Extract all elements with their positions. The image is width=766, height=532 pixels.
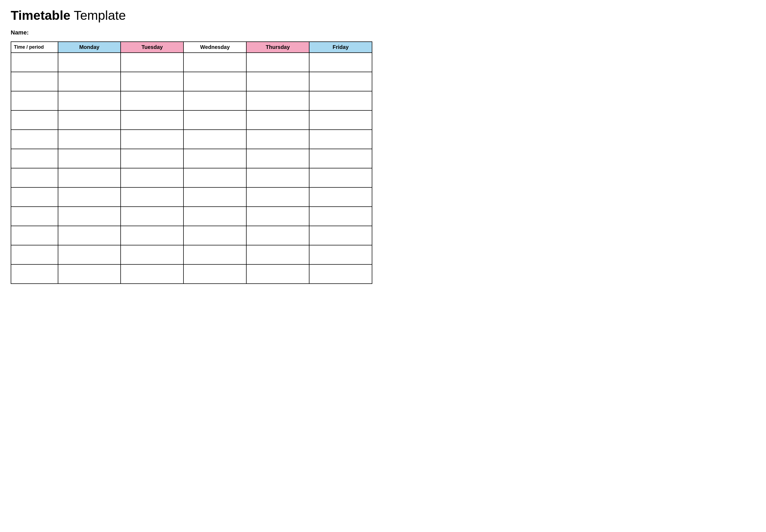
cell-row6-col3[interactable]	[183, 149, 246, 168]
cell-row11-col5[interactable]	[309, 245, 372, 264]
table-row	[11, 226, 372, 245]
header-monday: Monday	[58, 42, 121, 53]
table-row	[11, 130, 372, 149]
cell-row3-col2[interactable]	[121, 91, 183, 110]
cell-row2-col4[interactable]	[246, 72, 309, 91]
cell-row1-col3[interactable]	[183, 53, 246, 72]
cell-row6-col0[interactable]	[11, 149, 58, 168]
header-friday: Friday	[309, 42, 372, 53]
timetable: Time / period Monday Tuesday Wednesday T…	[11, 41, 372, 284]
table-row	[11, 53, 372, 72]
cell-row12-col5[interactable]	[309, 264, 372, 284]
header-tuesday: Tuesday	[121, 42, 183, 53]
cell-row11-col4[interactable]	[246, 245, 309, 264]
cell-row5-col1[interactable]	[58, 130, 121, 149]
cell-row8-col2[interactable]	[121, 187, 183, 207]
cell-row8-col5[interactable]	[309, 187, 372, 207]
cell-row9-col3[interactable]	[183, 207, 246, 226]
cell-row1-col2[interactable]	[121, 53, 183, 72]
table-row	[11, 149, 372, 168]
cell-row10-col1[interactable]	[58, 226, 121, 245]
cell-row6-col5[interactable]	[309, 149, 372, 168]
cell-row5-col0[interactable]	[11, 130, 58, 149]
cell-row11-col3[interactable]	[183, 245, 246, 264]
cell-row2-col5[interactable]	[309, 72, 372, 91]
table-row	[11, 168, 372, 187]
table-row	[11, 264, 372, 284]
cell-row7-col3[interactable]	[183, 168, 246, 187]
cell-row12-col0[interactable]	[11, 264, 58, 284]
cell-row5-col5[interactable]	[309, 130, 372, 149]
cell-row12-col3[interactable]	[183, 264, 246, 284]
table-row	[11, 207, 372, 226]
cell-row11-col2[interactable]	[121, 245, 183, 264]
cell-row9-col1[interactable]	[58, 207, 121, 226]
cell-row2-col2[interactable]	[121, 72, 183, 91]
cell-row10-col3[interactable]	[183, 226, 246, 245]
cell-row8-col4[interactable]	[246, 187, 309, 207]
cell-row5-col4[interactable]	[246, 130, 309, 149]
cell-row2-col0[interactable]	[11, 72, 58, 91]
cell-row5-col2[interactable]	[121, 130, 183, 149]
page-title: Timetable Template	[11, 9, 372, 23]
table-row	[11, 110, 372, 130]
cell-row10-col0[interactable]	[11, 226, 58, 245]
table-row	[11, 245, 372, 264]
cell-row1-col4[interactable]	[246, 53, 309, 72]
cell-row12-col2[interactable]	[121, 264, 183, 284]
cell-row4-col5[interactable]	[309, 110, 372, 130]
cell-row4-col0[interactable]	[11, 110, 58, 130]
cell-row2-col1[interactable]	[58, 72, 121, 91]
cell-row9-col5[interactable]	[309, 207, 372, 226]
cell-row4-col2[interactable]	[121, 110, 183, 130]
cell-row9-col0[interactable]	[11, 207, 58, 226]
cell-row7-col1[interactable]	[58, 168, 121, 187]
cell-row8-col1[interactable]	[58, 187, 121, 207]
cell-row8-col3[interactable]	[183, 187, 246, 207]
cell-row6-col2[interactable]	[121, 149, 183, 168]
table-row	[11, 72, 372, 91]
cell-row11-col0[interactable]	[11, 245, 58, 264]
header-thursday: Thursday	[246, 42, 309, 53]
cell-row3-col0[interactable]	[11, 91, 58, 110]
cell-row7-col5[interactable]	[309, 168, 372, 187]
cell-row10-col2[interactable]	[121, 226, 183, 245]
cell-row1-col0[interactable]	[11, 53, 58, 72]
cell-row1-col1[interactable]	[58, 53, 121, 72]
cell-row8-col0[interactable]	[11, 187, 58, 207]
cell-row4-col4[interactable]	[246, 110, 309, 130]
cell-row11-col1[interactable]	[58, 245, 121, 264]
cell-row4-col1[interactable]	[58, 110, 121, 130]
cell-row12-col1[interactable]	[58, 264, 121, 284]
cell-row3-col5[interactable]	[309, 91, 372, 110]
cell-row7-col0[interactable]	[11, 168, 58, 187]
cell-row10-col4[interactable]	[246, 226, 309, 245]
cell-row3-col4[interactable]	[246, 91, 309, 110]
cell-row9-col4[interactable]	[246, 207, 309, 226]
cell-row9-col2[interactable]	[121, 207, 183, 226]
header-time: Time / period	[11, 42, 58, 53]
cell-row12-col4[interactable]	[246, 264, 309, 284]
cell-row5-col3[interactable]	[183, 130, 246, 149]
cell-row10-col5[interactable]	[309, 226, 372, 245]
table-row	[11, 91, 372, 110]
cell-row4-col3[interactable]	[183, 110, 246, 130]
cell-row1-col5[interactable]	[309, 53, 372, 72]
cell-row3-col1[interactable]	[58, 91, 121, 110]
table-row	[11, 187, 372, 207]
cell-row6-col4[interactable]	[246, 149, 309, 168]
cell-row2-col3[interactable]	[183, 72, 246, 91]
header-wednesday: Wednesday	[183, 42, 246, 53]
cell-row3-col3[interactable]	[183, 91, 246, 110]
cell-row7-col2[interactable]	[121, 168, 183, 187]
cell-row7-col4[interactable]	[246, 168, 309, 187]
cell-row6-col1[interactable]	[58, 149, 121, 168]
name-label: Name:	[11, 29, 372, 36]
